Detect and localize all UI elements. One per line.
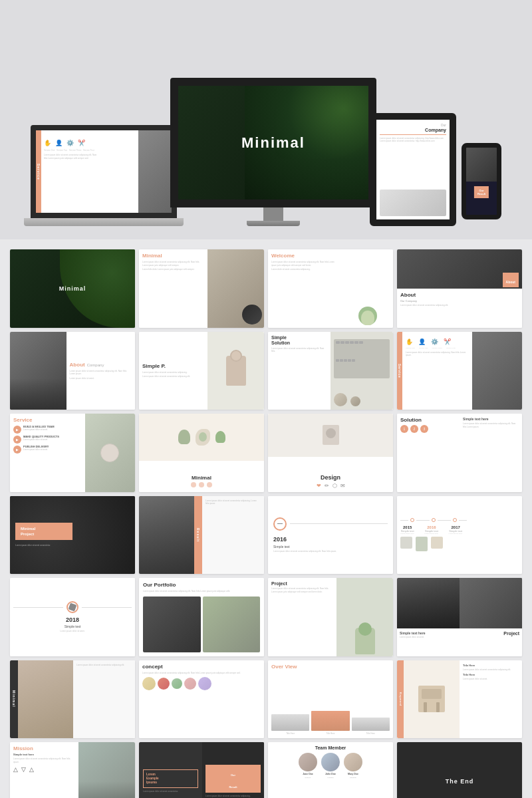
slide-24-keyword-label: Keyword [399,692,402,706]
slide-2-body: Lorem ipsum dolor sit amet consectetur a… [142,261,204,267]
slide-25-title: Mission [13,745,75,751]
monitor-title: Minimal [241,134,305,152]
slide-27-name3: Mary Doe [348,773,358,775]
slide-18-body: Lorem ipsum dolor sit amet consectetur a… [143,590,260,593]
slide-12-title: Solution [400,417,456,423]
slide-25-icon3: △ [29,766,34,773]
slide-28-title: The End [446,778,474,785]
slides-grid: Minimal Minimal Lorem ipsum dolor sit am… [10,249,522,798]
slide-18: Our Portfolio Lorem ipsum dolor sit amet… [139,578,264,656]
slide-24-body2: Lorem ipsum dolor sit amet. [463,678,519,681]
slide-24-title-here2: Title Here [463,673,519,676]
slide-9-title: Service [13,417,82,423]
laptop-icon-3: ⚙️ [66,140,74,146]
slide-7-body: Lorem ipsum dolor sit amet consectetur a… [271,347,327,353]
slide-23-label3: Title Here [352,732,390,735]
slide-23: Over View Title Here Title Here Title He… [268,660,393,739]
slide-12-step3: 3 [420,425,428,433]
slide-22-body: Lorem ipsum dolor sit amet consectetur a… [142,672,261,675]
tablet-company-label: Company [380,128,446,132]
slide-10-title: Minimal [192,475,211,481]
slide-5-body: Lorem ipsum dolor sit amet consectetur a… [70,370,132,376]
slide-17-simple: Simple text [13,624,132,628]
slide-20-body: Lorem ipsum dolor sit amet. [400,636,501,638]
slide-27-role2: Creative [327,777,333,779]
slide-25-body: Lorem ipsum dolor sit amet consectetur a… [13,757,75,763]
slide-8-icon1: ✋ [406,338,413,345]
slides-section: Minimal Minimal Lorem ipsum dolor sit am… [0,239,532,798]
slide-20-simple-text: Simple text here [400,631,501,635]
slide-25-icon1: △ [13,766,18,773]
slide-26-body2: Lorem ipsum dolor sit amet consectetur a… [205,795,261,798]
slide-21: Minimal Lorem ipsum dolor sit amet conse… [10,660,135,739]
slide-16: 2015 Simple text Lorem ipsum dolor. 2016… [397,496,522,575]
slide-25-simple: Simple text here [13,753,75,756]
slide-19-title: Project [271,581,333,586]
slide-6: Simple P. Lorem ipsum dolor sit amet con… [139,332,264,410]
monitor-stand-neck [263,207,283,221]
slide-27-title: Team Member [315,745,346,750]
slide-13-title: Minimal [21,526,67,531]
slide-26-body: Lorem ipsum dolor sit amet consectetur. [143,790,198,793]
phone-device: Our Result [462,143,501,219]
slide-12: Solution 1 2 3 Simple text here Lorem ip… [397,414,522,492]
slide-22: concept Lorem ipsum dolor sit amet conse… [139,660,264,739]
slide-27: Team Member Jane Doe Director John Doe C… [268,742,393,798]
slide-6-body: Lorem ipsum dolor sit amet consectetur a… [142,371,204,374]
slide-6-body2: Lorem ipsum dolor sit amet consectetur a… [142,375,204,378]
slide-11-icon1: ❤ [317,483,321,489]
slide-14-result-label: Result [196,528,200,542]
slide-26-badge: Our Result [205,765,261,793]
slide-4: About Our Company Lorem ipsum dolor sit … [397,249,522,328]
slide-5-body2: Lorem ipsum dolor sit amet. [70,377,132,380]
slide-13: Minimal Project Lorem ipsum dolor sit am… [10,496,135,575]
slide-20-project: Project [503,631,519,636]
slide-12-body: Lorem ipsum dolor sit amet consectetur a… [463,422,519,428]
slide-11-icon4: ✉ [340,483,345,489]
hero-section: Service ✋ 👤 ⚙️ ✂️ Service One Service Tw… [0,0,532,239]
tablet-screen: Our Company Lorem ipsum dolor sit amet c… [370,113,456,226]
slide-6-title: Simple P. [142,363,204,369]
slide-26: Lorem Example Ipsuma Lorem ipsum dolor s… [139,742,264,798]
slide-16-body2: Lorem ipsum dolor. [424,533,438,535]
monitor-screen: Minimal [170,78,376,207]
slide-3-body2: Lorem dolor sit amet consectetur adipisc… [271,268,340,271]
slide-7-subtitle: Solution [271,340,327,345]
slide-18-title: Our Portfolio [143,582,260,588]
slide-21-minimal-label: Minimal [12,690,16,708]
slide-8-service-label: Service [398,364,402,378]
slide-9: Service ▶ BUILD A SKILLED TEAM Lorem ips… [10,414,135,492]
slide-5-about: About [70,362,85,368]
slide-27-role3: Designer [350,777,356,779]
slide-11: Design ❤ ✏ ⬡ ✉ [268,414,393,492]
slide-22-title: concept [142,664,261,670]
tablet-image [380,190,446,216]
slide-9-body3: Lorem ipsum dolor sit amet. [23,448,49,451]
phone-screen: Our Result [462,143,501,219]
slide-19-body: Lorem ipsum dolor sit amet consectetur a… [271,587,333,593]
slide-8: Service ✋ 👤 ⚙️ ✂️ Service OneService Two… [397,332,522,410]
slide-14: Result Lorem ipsum dolor sit amet consec… [139,496,264,575]
slide-12-simple-text: Simple text here [463,417,519,421]
slide-4-subtitle: Our Company [400,299,519,303]
slide-16-body3: Lorem ipsum dolor. [449,533,463,535]
slide-8-icon2: 👤 [418,338,426,345]
slide-10: Minimal [139,414,264,492]
slide-16-body1: Lorem ipsum dolor. [400,533,414,535]
slide-15: 2016 Simple text Lorem ipsum dolor sit a… [268,496,393,575]
slide-9-body2: Lorem ipsum dolor sit amet. [23,438,59,441]
tablet-device: Our Company Lorem ipsum dolor sit amet c… [370,113,456,226]
laptop-base [24,218,184,226]
slide-7-title: Simple [271,335,327,340]
slide-12-step1: 1 [400,425,408,433]
slide-27-name1: Jane Doe [303,773,313,775]
slide-25-icon2: ▽ [21,766,26,773]
slide-11-title: Design [321,474,340,481]
slide-17: 2018 Simple text Lorem ipsum dolor sit a… [10,578,135,656]
slide-24-title-here: Title Here [463,664,519,667]
tablet-body: Lorem ipsum dolor sit amet consectetur a… [380,137,446,190]
laptop-icon-2: 👤 [55,140,63,146]
slide-24-body: Lorem ipsum dolor sit amet consectetur a… [463,668,519,672]
slide-3-body: Lorem ipsum dolor sit amet consectetur a… [271,261,340,267]
monitor-content: Minimal [178,86,368,200]
